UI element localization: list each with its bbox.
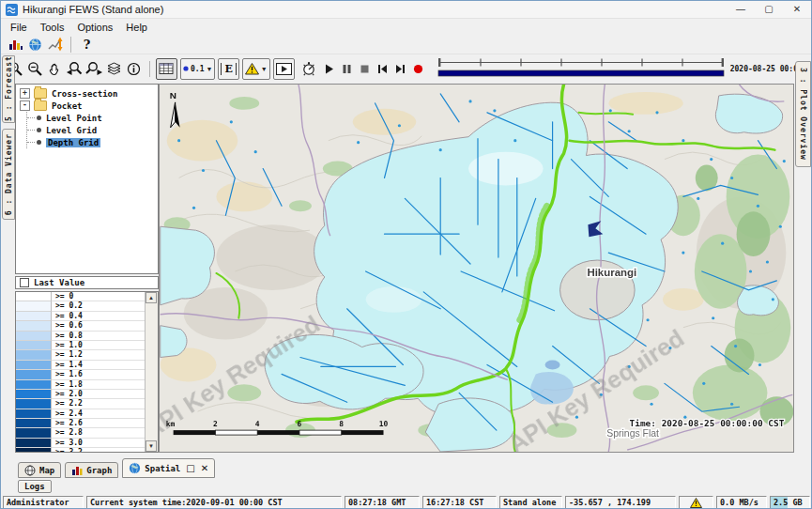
legend-row[interactable]: >= 1.0	[16, 341, 146, 350]
status-warning[interactable]	[679, 496, 713, 509]
minimize-button[interactable]: —	[727, 1, 755, 18]
sidebar-tab-data-viewer[interactable]: 6 : Data Viewer	[2, 129, 15, 220]
legend-row-label: >= 3.0	[52, 439, 146, 448]
scroll-down-button[interactable]: ▼	[146, 440, 157, 452]
bullet-icon	[37, 128, 41, 132]
tab-close-icon[interactable]: ✕	[201, 463, 208, 473]
stop-button[interactable]	[356, 58, 374, 79]
sidebar-tab-plot-overview-label: 3 : Plot Overview	[799, 68, 807, 161]
close-button[interactable]: ✕	[783, 1, 811, 18]
info-button[interactable]	[124, 58, 144, 79]
legend-row[interactable]: >= 2.0	[16, 390, 146, 399]
menu-item[interactable]: File	[4, 21, 34, 34]
tab-graph[interactable]: Graph	[65, 462, 118, 478]
skip-start-icon	[376, 63, 389, 75]
bar-chart-icon	[8, 37, 23, 52]
scale-tick-label: 4	[255, 420, 260, 428]
pause-icon	[341, 63, 353, 75]
menu-item[interactable]: Tools	[34, 21, 71, 34]
maximize-button[interactable]: ▢	[755, 1, 783, 18]
layers-tree-panel: + Cross-section - Pocket Level Point Le	[15, 84, 159, 274]
legend-row-label: >= 1.0	[52, 341, 146, 350]
legend-row[interactable]: >= 3.2	[16, 448, 146, 453]
warning-icon	[690, 498, 702, 508]
legend-scrollbar[interactable]: ▲ ▼	[145, 292, 158, 452]
tree-node-level-point[interactable]: Level Point	[27, 112, 158, 124]
record-button[interactable]	[409, 58, 427, 79]
legend-row[interactable]: >= 1.2	[16, 350, 146, 360]
sidebar-tab-forecast-label: 5 : Forecast	[5, 57, 13, 121]
toolbar-separator	[149, 61, 150, 77]
legend-row[interactable]: >= 2.6	[16, 419, 146, 428]
legend-color-swatch	[16, 312, 52, 321]
animation-button[interactable]	[273, 58, 295, 80]
legend-row[interactable]: >= 0.6	[16, 321, 146, 331]
expand-icon[interactable]: +	[20, 88, 30, 99]
legend-color-swatch	[16, 448, 52, 453]
logs-row: Logs	[1, 478, 811, 496]
legend-row[interactable]: >= 2.2	[16, 399, 146, 409]
sidebar-tab-forecast[interactable]: 5 : Forecast	[2, 55, 15, 123]
explorer-button[interactable]	[6, 34, 25, 54]
legend-header-label: Last Value	[34, 278, 84, 287]
map-view[interactable]: API Key Required API Key Required Hikura…	[159, 84, 794, 453]
grid-icon	[159, 62, 175, 75]
timeseries-button[interactable]	[45, 34, 65, 54]
legend-row[interactable]: >= 2.8	[16, 428, 146, 438]
scale-unit-label: km	[166, 420, 176, 428]
last-value-checkbox[interactable]	[20, 278, 29, 287]
toolbar-separator	[70, 37, 71, 53]
zoom-next-button[interactable]	[84, 58, 104, 79]
tree-node-level-grid[interactable]: Level Grid	[27, 124, 158, 136]
tree-node-pocket[interactable]: - Pocket	[16, 100, 158, 112]
legend-color-swatch	[16, 428, 52, 438]
legend-row[interactable]: >= 0	[16, 292, 146, 301]
pause-button[interactable]	[338, 58, 356, 79]
timer-button[interactable]	[298, 58, 320, 79]
pan-button[interactable]	[45, 58, 65, 79]
contour-value-dropdown[interactable]: 0.1 ▼	[180, 58, 215, 80]
globe-icon	[28, 38, 42, 52]
labels-toggle-button[interactable]: E	[218, 58, 238, 80]
time-slider[interactable]	[437, 56, 726, 82]
zoom-out-button[interactable]	[25, 58, 45, 79]
legend-row[interactable]: >= 1.4	[16, 361, 146, 370]
tree-node-depth-grid[interactable]: Depth Grid	[27, 136, 158, 148]
warnings-dropdown[interactable]: ▼	[242, 58, 270, 80]
tab-maximize-icon[interactable]: □	[186, 463, 194, 473]
map-time-label: Time: 2020-08-25 00:00:00 CST	[630, 418, 785, 428]
legend-row[interactable]: >= 3.0	[16, 439, 146, 448]
legend-color-swatch	[16, 332, 52, 341]
tree-connector	[27, 130, 35, 131]
legend-row-label: >= 0.6	[52, 321, 146, 331]
map-display-button[interactable]	[25, 34, 45, 54]
window-title: Hikurangi FEWS (Stand alone)	[23, 4, 163, 15]
legend-rows: >= 0 >= 0.2 >= 0.4 >= 0.6	[16, 292, 146, 453]
help-button[interactable]: ?	[77, 34, 97, 54]
skip-end-icon	[394, 63, 406, 75]
skip-to-end-button[interactable]	[391, 58, 409, 79]
tab-spatial[interactable]: Spatial □ ✕	[122, 458, 215, 478]
layers-button[interactable]	[104, 58, 124, 79]
logs-button[interactable]: Logs	[18, 480, 52, 493]
legend-row[interactable]: >= 0.2	[16, 301, 146, 311]
legend-row[interactable]: >= 2.4	[16, 409, 146, 419]
legend-row[interactable]: >= 1.8	[16, 380, 146, 390]
status-bar: Administrator Current system time:2020-0…	[1, 496, 811, 509]
grid-display-button[interactable]	[156, 58, 177, 80]
play-button[interactable]	[320, 58, 338, 79]
legend-row[interactable]: >= 1.6	[16, 370, 146, 379]
legend-row[interactable]: >= 0.4	[16, 312, 146, 321]
scroll-up-button[interactable]: ▲	[146, 292, 157, 303]
tab-map[interactable]: Map	[18, 462, 61, 478]
legend-row[interactable]: >= 0.8	[16, 332, 146, 341]
zoom-previous-button[interactable]	[65, 58, 84, 79]
collapse-icon[interactable]: -	[20, 100, 30, 111]
skip-to-start-button[interactable]	[374, 58, 391, 79]
legend-row-label: >= 0.4	[52, 312, 146, 321]
chevron-down-icon: ▼	[206, 66, 212, 72]
menu-item[interactable]: Help	[119, 21, 154, 34]
bar-chart-icon	[71, 465, 83, 476]
menu-item[interactable]: Options	[70, 21, 119, 34]
sidebar-tab-plot-overview[interactable]: 3 : Plot Overview	[795, 61, 811, 167]
